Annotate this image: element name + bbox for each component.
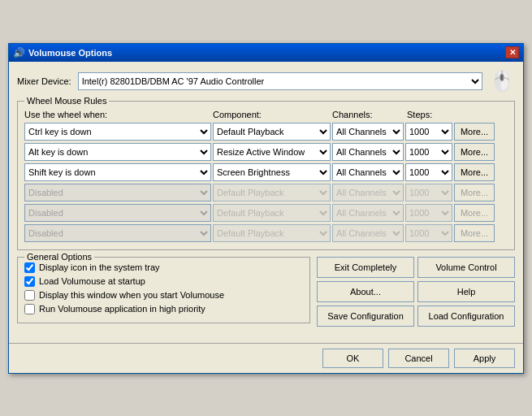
steps-select-4[interactable]: 1000 <box>405 184 452 202</box>
mouse-icon: 🖱️ <box>489 68 515 94</box>
save-config-button[interactable]: Save Configuration <box>317 306 414 327</box>
more-button-5[interactable]: More... <box>454 204 495 222</box>
checkbox-high-priority[interactable] <box>24 304 35 314</box>
channels-select-5[interactable]: All Channels <box>332 204 404 222</box>
component-select-5[interactable]: Default Playback <box>213 204 331 222</box>
general-options-section: General Options Display icon in the syst… <box>17 257 310 330</box>
cancel-button[interactable]: Cancel <box>388 349 449 368</box>
wheel-select-5[interactable]: Disabled <box>24 204 211 222</box>
header-more <box>457 110 498 119</box>
header-component: Component: <box>213 110 331 119</box>
mixer-device-row: Mixer Device: Intel(r) 82801DB/DBM AC '9… <box>17 68 515 94</box>
btn-pair-3: Save Configuration Load Configuration <box>317 306 515 327</box>
titlebar: 🔊 Volumouse Options ✕ <box>9 44 523 62</box>
steps-select-3[interactable]: 1000 <box>405 163 452 181</box>
checkbox-row-3: Display this window when you start Volum… <box>24 290 303 301</box>
close-button[interactable]: ✕ <box>505 46 519 58</box>
btn-pair-1: Exit Completely Volume Control <box>317 257 515 278</box>
checkbox-row-4: Run Volumouse application in high priori… <box>24 304 303 314</box>
checkbox-row-1: Display icon in the system tray <box>24 262 303 273</box>
checkbox-startup[interactable] <box>24 276 35 287</box>
more-button-2[interactable]: More... <box>454 143 495 161</box>
btn-pair-2: About... Help <box>317 281 515 302</box>
checkbox-row-2: Load Volumouse at startup <box>24 276 303 287</box>
component-select-2[interactable]: Resize Active Window <box>213 143 331 161</box>
footer: OK Cancel Apply <box>9 343 523 373</box>
more-button-4[interactable]: More... <box>454 184 495 202</box>
checkbox-display-window[interactable] <box>24 290 35 301</box>
ok-button[interactable]: OK <box>322 349 383 368</box>
titlebar-title: Volumouse Options <box>28 48 112 58</box>
checkbox-label-3: Display this window when you start Volum… <box>39 290 224 300</box>
header-channels: Channels: <box>332 110 405 119</box>
table-row: Alt key is down Resize Active Window All… <box>24 143 508 161</box>
action-buttons-section: Exit Completely Volume Control About... … <box>317 257 515 330</box>
wheel-rules-group: Wheel Mouse Rules Use the wheel when: Co… <box>17 101 515 250</box>
steps-select-1[interactable]: 1000 <box>405 123 452 141</box>
channels-select-3[interactable]: All Channels <box>332 163 404 181</box>
wheel-select-3[interactable]: Shift key is down <box>24 163 211 181</box>
general-options-title: General Options <box>24 252 94 262</box>
more-button-3[interactable]: More... <box>454 163 495 181</box>
table-row: Disabled Default Playback All Channels 1… <box>24 204 508 222</box>
window-content: Mixer Device: Intel(r) 82801DB/DBM AC '9… <box>9 62 523 343</box>
table-row: Disabled Default Playback All Channels 1… <box>24 224 508 242</box>
header-steps: Steps: <box>407 110 456 119</box>
titlebar-icon: 🔊 <box>13 47 25 58</box>
mixer-label: Mixer Device: <box>17 76 71 86</box>
steps-select-6[interactable]: 1000 <box>405 224 452 242</box>
channels-select-2[interactable]: All Channels <box>332 143 404 161</box>
checkbox-label-4: Run Volumouse application in high priori… <box>39 304 205 314</box>
mixer-device-select[interactable]: Intel(r) 82801DB/DBM AC '97 Audio Contro… <box>78 72 482 90</box>
rules-headers: Use the wheel when: Component: Channels:… <box>24 110 508 119</box>
component-select-1[interactable]: Default Playback <box>213 123 331 141</box>
steps-select-2[interactable]: 1000 <box>405 143 452 161</box>
bottom-section: General Options Display icon in the syst… <box>17 257 515 330</box>
checkbox-system-tray[interactable] <box>24 262 35 273</box>
exit-completely-button[interactable]: Exit Completely <box>317 257 414 278</box>
component-select-3[interactable]: Screen Brightness <box>213 163 331 181</box>
checkbox-label-1: Display icon in the system tray <box>39 262 160 272</box>
wheel-select-2[interactable]: Alt key is down <box>24 143 211 161</box>
general-options-group: General Options Display icon in the syst… <box>17 257 310 323</box>
channels-select-1[interactable]: All Channels <box>332 123 404 141</box>
table-row: Disabled Default Playback All Channels 1… <box>24 184 508 202</box>
load-config-button[interactable]: Load Configuration <box>417 306 515 327</box>
about-button[interactable]: About... <box>317 281 414 302</box>
more-button-1[interactable]: More... <box>454 123 495 141</box>
component-select-4[interactable]: Default Playback <box>213 184 331 202</box>
main-window: 🔊 Volumouse Options ✕ Mixer Device: Inte… <box>8 43 524 374</box>
wheel-rules-title: Wheel Mouse Rules <box>24 96 109 106</box>
header-wheel: Use the wheel when: <box>24 110 211 119</box>
volume-control-button[interactable]: Volume Control <box>417 257 515 278</box>
steps-select-5[interactable]: 1000 <box>405 204 452 222</box>
table-row: Shift key is down Screen Brightness All … <box>24 163 508 181</box>
table-row: Ctrl key is down Default Playback All Ch… <box>24 123 508 141</box>
wheel-select-4[interactable]: Disabled <box>24 184 211 202</box>
more-button-6[interactable]: More... <box>454 224 495 242</box>
help-button[interactable]: Help <box>417 281 515 302</box>
component-select-6[interactable]: Default Playback <box>213 224 331 242</box>
wheel-select-6[interactable]: Disabled <box>24 224 211 242</box>
titlebar-left: 🔊 Volumouse Options <box>13 47 112 58</box>
channels-select-6[interactable]: All Channels <box>332 224 404 242</box>
apply-button[interactable]: Apply <box>454 349 515 368</box>
channels-select-4[interactable]: All Channels <box>332 184 404 202</box>
checkbox-label-2: Load Volumouse at startup <box>39 276 145 286</box>
wheel-select-1[interactable]: Ctrl key is down <box>24 123 211 141</box>
